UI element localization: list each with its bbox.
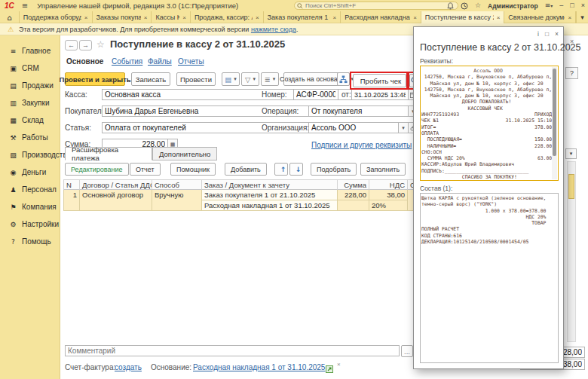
attach-file-dropdown-button[interactable]: ▤▾ <box>222 72 240 86</box>
tab-close-icon[interactable]: × <box>182 14 186 21</box>
window-maximize-button[interactable]: □ <box>570 0 574 11</box>
popup-close-icon[interactable]: × <box>555 30 559 38</box>
org-dropdown-icon[interactable]: ▾ <box>399 122 409 133</box>
sidebar-item-company[interactable]: ⚑Компания <box>0 198 60 215</box>
subtab-additional[interactable]: Дополнительно <box>152 147 217 160</box>
sidebar-item-money[interactable]: ◉Деньги <box>0 164 60 181</box>
add-row-button[interactable]: Добавить <box>225 163 267 176</box>
move-row-up-button[interactable]: ↑ <box>274 163 288 176</box>
row-cell-contract[interactable]: Основной договор <box>80 190 152 211</box>
form-tab-files[interactable]: Файлы <box>148 57 172 66</box>
tab-cash-receipt-2[interactable]: Поступление в кассу 2 от...× <box>421 11 505 23</box>
composition-textarea[interactable]: Щетка КАРЛА с рукояткой (зеленое основан… <box>420 193 559 363</box>
popup-maximize-icon[interactable]: □ <box>545 30 549 38</box>
row-cell-offset-doc[interactable]: Расходная накладная 1 от 31.10.2025 <box>202 200 338 211</box>
tab-sale-cashier[interactable]: Продажа, кассир: Админ...× <box>191 11 264 23</box>
col-header-contract[interactable]: Договор / Статья ДДС <box>80 179 152 190</box>
signatures-link[interactable]: Подписи и другие реквизиты <box>311 141 412 149</box>
row-cell-n[interactable]: 1 <box>63 190 80 211</box>
receipt-scrollbar[interactable] <box>552 67 557 179</box>
help-button[interactable]: ? <box>565 67 578 79</box>
table-vertical-scrollbar[interactable] <box>567 161 576 342</box>
tab-close-icon[interactable]: × <box>144 14 148 21</box>
sidebar-item-works[interactable]: ⚒Работы <box>0 129 60 146</box>
row-cell-order-doc[interactable]: Заказ покупателя 1 от 21.10.2025 <box>202 190 338 200</box>
number-field[interactable] <box>293 89 338 100</box>
sidebar-item-warehouse[interactable]: ▦Склад <box>0 112 60 129</box>
tabs-overflow-icon[interactable]: ▾ <box>576 11 588 23</box>
cashbox-field[interactable] <box>102 89 381 100</box>
scroll-up-icon[interactable]: ▾ <box>565 148 577 159</box>
sidebar-item-production[interactable]: ▧Производство <box>0 146 60 164</box>
back-arrow-button[interactable]: ← <box>65 40 78 50</box>
favorites-star-icon[interactable]: ☆ <box>475 0 481 11</box>
tab-related-documents[interactable]: Связанные документы× <box>504 11 576 23</box>
history-clock-icon[interactable] <box>461 2 468 10</box>
subtab-payment-details[interactable]: Расшифровка платежа <box>65 147 152 160</box>
tab-customer-order-1[interactable]: Заказ покупателя 1 от 21....× <box>264 11 341 23</box>
col-header-n[interactable]: N <box>63 179 80 190</box>
tab-equipment-support[interactable]: Поддержка оборудования× <box>20 11 93 23</box>
date-field[interactable] <box>351 89 409 100</box>
notifications-bell-icon[interactable] <box>447 2 454 10</box>
form-tab-main[interactable]: Основное <box>66 57 103 66</box>
filter-dropdown-button[interactable]: ▽▾ <box>241 72 259 86</box>
global-search[interactable] <box>294 2 458 10</box>
tab-sales-invoice-1[interactable]: Расходная накладная 1 о...× <box>341 11 421 23</box>
sidebar-item-help[interactable]: ?Помощь <box>0 233 60 250</box>
window-close-button[interactable]: × <box>581 0 585 11</box>
fill-button[interactable]: Заполнить <box>360 163 406 176</box>
report-button[interactable]: Отчет <box>130 163 161 176</box>
sidebar-item-sales[interactable]: ▤Продажи <box>0 77 60 94</box>
sidebar-item-settings[interactable]: ⚙Настройки <box>0 215 60 233</box>
col-header-method[interactable]: Способ <box>152 179 202 190</box>
form-tab-events[interactable]: События <box>112 57 142 66</box>
row-cell-sum2[interactable] <box>338 200 369 211</box>
org-field[interactable] <box>308 122 399 133</box>
row-cell-sum[interactable]: 228,00 <box>338 190 369 200</box>
assistant-button[interactable]: Помощник <box>170 163 216 176</box>
sidebar-item-personnel[interactable]: ♟Персонал <box>0 181 60 198</box>
basis-open-icon[interactable] <box>326 362 333 376</box>
tab-home[interactable]: ⌂ <box>0 11 20 23</box>
forward-arrow-button[interactable]: → <box>79 40 92 50</box>
comment-more-button[interactable]: ... <box>401 345 413 357</box>
fiscal-check-button[interactable]: Пробить чек <box>353 74 406 87</box>
basis-clear-icon[interactable]: × <box>337 361 341 368</box>
scrollbar-thumb[interactable] <box>568 174 574 199</box>
edit-mode-button[interactable]: Редактирование <box>65 163 129 176</box>
operation-field[interactable] <box>308 105 409 117</box>
main-menu-icon[interactable]: ≡ <box>22 2 28 10</box>
structure-of-subordination-button[interactable] <box>337 72 350 86</box>
current-user[interactable]: Администратор <box>488 2 538 10</box>
col-header-vat[interactable]: НДС <box>369 179 408 190</box>
requisites-textarea[interactable]: Ассоль ООО 142750, Москва г, Внуковское … <box>420 66 559 181</box>
window-minimize-button[interactable]: – <box>559 0 563 11</box>
sidebar-item-main[interactable]: ≡Главное <box>0 42 60 60</box>
pick-button[interactable]: Подобрать <box>311 163 357 176</box>
popup-info-icon[interactable]: i <box>537 30 539 38</box>
row-cell-vat[interactable]: 38,00 <box>369 190 408 200</box>
col-header-order[interactable]: Заказ / Документ к зачету <box>202 179 338 190</box>
write-button[interactable]: Записать <box>131 72 170 86</box>
favorite-star-icon[interactable]: ☆ <box>96 39 105 50</box>
tab-close-icon[interactable]: × <box>84 14 88 21</box>
tab-close-icon[interactable]: × <box>256 14 259 21</box>
form-tab-reports[interactable]: Отчеты <box>178 57 204 66</box>
row-cell-vat-rate[interactable]: 20% <box>369 200 408 211</box>
tab-close-icon[interactable]: × <box>568 14 571 21</box>
tab-customer-orders[interactable]: Заказы покупателей× <box>93 11 152 23</box>
col-header-sum[interactable]: Сумма <box>338 179 369 190</box>
banner-link[interactable]: нажмите сюда <box>251 26 296 33</box>
basis-document-link[interactable]: Расходная накладная 1 от 31.10.2025 <box>193 363 325 371</box>
tab-close-icon[interactable]: × <box>497 14 501 21</box>
tab-close-icon[interactable]: × <box>333 14 337 21</box>
search-input[interactable] <box>305 2 441 9</box>
service-menu-icon[interactable]: ≡▾ <box>545 0 553 11</box>
row-cell-method[interactable]: Вручную <box>152 190 202 211</box>
invoice-create-link[interactable]: создать <box>115 363 142 371</box>
sidebar-item-crm[interactable]: ▣CRM <box>0 60 60 77</box>
sidebar-item-purchases[interactable]: ▥Закупки <box>0 94 60 112</box>
comment-field[interactable] <box>65 345 400 356</box>
tab-close-icon[interactable]: × <box>413 14 417 21</box>
